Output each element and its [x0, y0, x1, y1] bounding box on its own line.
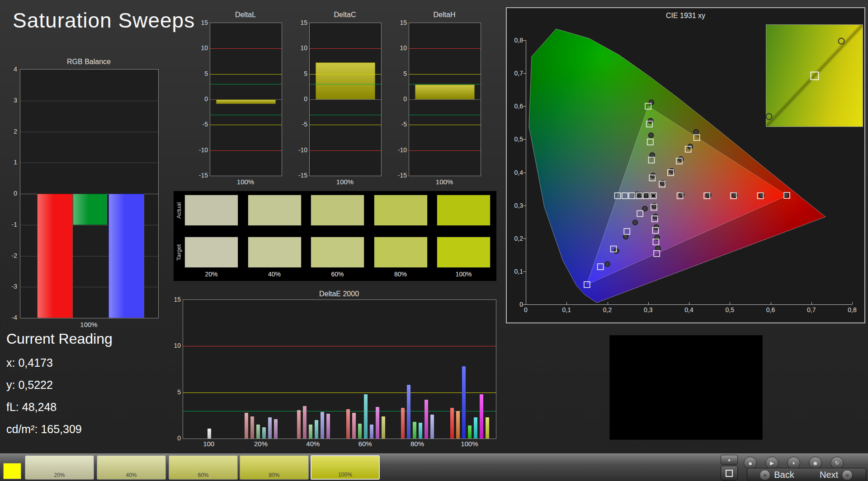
- deltae-bar: [208, 429, 211, 439]
- bottom-swatch-60%[interactable]: 60%: [169, 455, 238, 480]
- axis-tick-label: 0: [177, 434, 181, 442]
- swatch-actual-40%: [248, 195, 302, 226]
- delta-h-y-axis: 151050-5-10-15: [395, 23, 407, 175]
- reading-cdm2: cd/m²: 165,309: [6, 423, 113, 436]
- delta-h-chart: DeltaH 151050-5-10-15 100%: [394, 10, 483, 186]
- back-label: Back: [774, 470, 794, 480]
- deltae-group: [392, 300, 443, 439]
- cie-y-tick: 0,3: [508, 202, 523, 209]
- back-chevron-icon: «: [760, 470, 770, 481]
- stop-icon: ■: [749, 461, 752, 466]
- deltae-bar: [376, 407, 379, 439]
- deltae-bar: [401, 408, 405, 439]
- cie-zoom-inset: [766, 24, 863, 127]
- swatch-target-80%: [374, 237, 428, 268]
- deltae-bar: [245, 413, 248, 439]
- cie-x-tick: 0,1: [562, 306, 571, 313]
- deltae-x-label: 80%: [410, 440, 424, 448]
- cie-measured-point: [706, 192, 711, 197]
- deltae-bar: [297, 410, 301, 439]
- rgb-balance-title: RGB Balance: [20, 58, 158, 66]
- rgb-balance-y-axis: 43210-1-2-3-4: [5, 69, 17, 318]
- cie-tick-mark: [523, 173, 526, 173]
- bottom-swatch-label: 40%: [97, 472, 165, 478]
- swatch-actual-100%: [437, 195, 491, 226]
- cie-measured-point: [693, 130, 698, 135]
- delta-e-plot: [183, 299, 496, 439]
- ref-line: [409, 115, 481, 115]
- cie-x-axis-line: [526, 304, 852, 305]
- axis-tick-label: -10: [298, 146, 307, 154]
- next-button[interactable]: Next »: [807, 468, 866, 481]
- rgb-bar-red: [37, 194, 73, 318]
- ref-line: [409, 125, 481, 125]
- deltae-bar: [425, 400, 428, 439]
- swatch-column-label: 20%: [184, 271, 238, 278]
- deltae-x-label: 20%: [254, 440, 268, 448]
- ref-line: [310, 74, 381, 75]
- back-button[interactable]: « Back: [747, 468, 807, 481]
- ref-line: [310, 125, 381, 125]
- delta-c-x-label: 100%: [309, 178, 381, 186]
- cie-tick-mark: [689, 302, 689, 304]
- deltae-x-label: 100: [203, 440, 214, 448]
- bottom-swatch-label: 80%: [240, 472, 308, 478]
- deltae-bar: [326, 414, 330, 439]
- current-color-chip: [3, 463, 21, 479]
- cie-tick-mark: [608, 302, 608, 304]
- bottom-swatch-80%[interactable]: 80%: [240, 455, 309, 480]
- cie-tick-mark: [523, 73, 526, 74]
- bottom-swatch-100%[interactable]: 100%: [311, 455, 380, 480]
- cie-tick-mark: [811, 302, 812, 304]
- swatch-target-60%: [311, 237, 364, 268]
- scroll-up-button[interactable]: ▲: [721, 455, 738, 465]
- swatch-target-40%: [248, 237, 302, 268]
- cie-x-tick: 0: [524, 306, 528, 313]
- delta-l-x-label: 100%: [210, 178, 281, 186]
- deltae-bar: [413, 422, 416, 439]
- cie-y-tick: 0,5: [508, 135, 523, 143]
- cie-x-tick: 0,8: [848, 306, 856, 313]
- zero-line: [409, 99, 481, 100]
- axis-tick-label: 0: [403, 95, 407, 103]
- axis-tick-label: 15: [300, 19, 307, 26]
- deltae-group: [183, 300, 235, 439]
- cie-tick-mark: [523, 271, 526, 272]
- bottom-swatch-20%[interactable]: 20%: [25, 455, 94, 480]
- cie-measured-point: [654, 224, 659, 229]
- axis-tick-label: 5: [304, 70, 307, 77]
- deltae-bar: [468, 425, 472, 439]
- pattern-window-button[interactable]: [721, 466, 738, 481]
- deltae-group: [340, 300, 392, 439]
- bottom-swatch-label: 20%: [25, 472, 94, 478]
- delta-bar: [216, 99, 276, 104]
- deltae-bar: [274, 419, 278, 439]
- cie-tick-mark: [852, 302, 853, 304]
- ref-line: [310, 150, 381, 151]
- cie-measured-point: [605, 262, 610, 266]
- rgb-balance-plot: [20, 69, 159, 318]
- cie-tick-mark: [523, 238, 526, 239]
- app-window: Saturation Sweeps RGB Balance 43210-1-2-…: [0, 0, 868, 481]
- refresh-icon: ↻: [835, 460, 839, 466]
- axis-tick-label: 5: [204, 70, 208, 77]
- swatch-actual-60%: [311, 195, 364, 226]
- delta-e-2000-chart: DeltaE 2000 151050 10020%40%60%80%100%: [169, 290, 504, 455]
- ref-line: [210, 84, 282, 84]
- cie-tick-mark: [730, 302, 730, 304]
- bottom-swatch-40%[interactable]: 40%: [97, 455, 166, 480]
- deltae-group: [235, 300, 287, 439]
- delta-l-y-axis: 151050-5-10-15: [196, 23, 208, 175]
- cie-measured-point: [632, 220, 637, 225]
- axis-tick-label: -15: [298, 172, 307, 179]
- axis-tick-label: -3: [12, 283, 17, 290]
- cie-tick-mark: [566, 302, 567, 304]
- deltae-bar: [450, 408, 454, 439]
- cie-y-tick: 0,8: [508, 37, 523, 44]
- deltae-bar: [364, 394, 368, 439]
- inset-circle-marker: [766, 113, 773, 120]
- delta-h-x-label: 100%: [409, 178, 480, 186]
- swatch-column-label: 100%: [437, 271, 491, 278]
- ref-line: [409, 150, 481, 151]
- axis-tick-label: -5: [401, 121, 407, 128]
